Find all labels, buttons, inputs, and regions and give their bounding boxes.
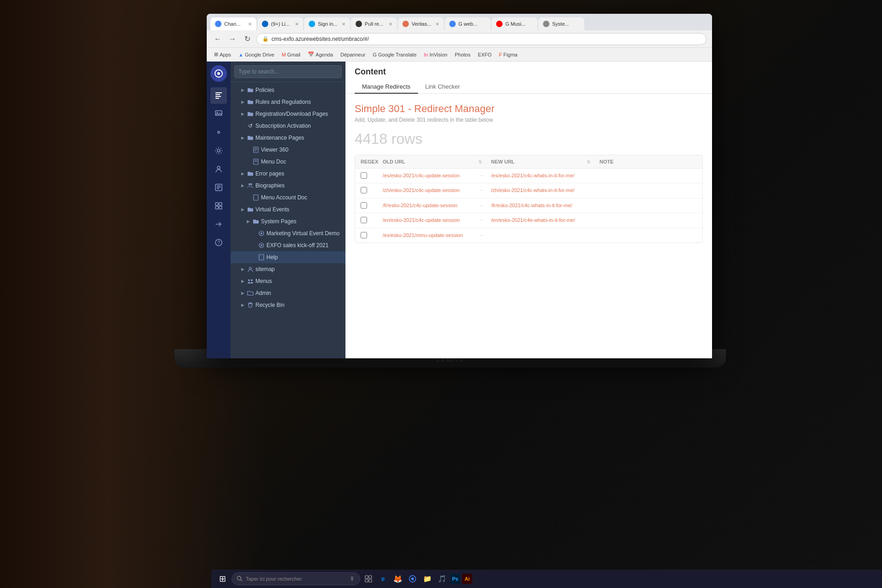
maintenance-label: Maintenance Pages	[255, 135, 342, 141]
bookmark-translate[interactable]: G Google Translate	[370, 51, 419, 58]
sidebar-icon-forms[interactable]	[210, 179, 227, 196]
taskbar-edge-icon[interactable]: e	[377, 572, 390, 585]
row-3-checkbox[interactable]	[361, 202, 367, 209]
forward-button[interactable]: →	[227, 34, 238, 45]
tab-8[interactable]: Syste...	[538, 17, 584, 30]
tree-item-menudoc[interactable]: ▶ Menu Doc	[231, 156, 345, 168]
tab-5-close[interactable]: ✕	[435, 22, 439, 27]
bookmark-agenda[interactable]: 📅 Agenda	[305, 51, 336, 58]
bookmark-drive[interactable]: ▲ Google Drive	[236, 51, 277, 58]
sidebar-icon-users[interactable]	[210, 161, 227, 177]
tree-item-recyclebin[interactable]: ▶ Recycle Bin	[231, 299, 345, 311]
tree-item-viewer360[interactable]: ▶ Viewer 360	[231, 144, 345, 156]
tree-search-input[interactable]	[234, 65, 342, 78]
taskbar-folder-icon[interactable]: 📁	[421, 572, 434, 585]
bookmark-figma[interactable]: F Figma	[496, 51, 520, 58]
row-1-checkbox[interactable]	[361, 172, 367, 179]
tree-item-errorpages[interactable]: ▶ Error pages	[231, 168, 345, 180]
sidebar-icon-media[interactable]	[210, 106, 227, 122]
taskbar-music-icon[interactable]: 🎵	[435, 572, 448, 585]
tree-item-sitemap[interactable]: ▶ sitemap	[231, 263, 345, 275]
tree-item-marketing[interactable]: ▶ Marketing Virtual Event Demo	[231, 227, 345, 239]
expand-systempages[interactable]: ▶	[245, 219, 251, 224]
tree-item-help[interactable]: ▶ Help ···	[231, 251, 345, 263]
bookmark-invision[interactable]: In InVision	[421, 51, 450, 58]
back-button[interactable]: ←	[212, 34, 223, 45]
row-1-old-url: /es/esko-2021/c4c-update-session	[383, 172, 475, 179]
sidebar-icon-help[interactable]: ?	[210, 234, 227, 251]
tab-6[interactable]: G web...	[445, 17, 491, 30]
refresh-button[interactable]: ↻	[242, 34, 253, 45]
bookmark-depanneur[interactable]: Dépanneur	[338, 51, 368, 58]
bookmark-exfo[interactable]: EXFO	[475, 51, 494, 58]
tree-item-exfosales[interactable]: ▶ EXFO sales kick-off 2021	[231, 239, 345, 251]
address-bar[interactable]: 🔒 cms-exfo.azurewebsites.net/umbraco/#/	[256, 33, 707, 45]
table-row: /en/esko-2021/c4c-update-session → /en/e…	[355, 213, 702, 228]
tab-2-close[interactable]: ✕	[295, 22, 299, 27]
tab-manage-redirects[interactable]: Manage Redirects	[355, 80, 418, 94]
tree-item-biographies[interactable]: ▶ Biographies	[231, 180, 345, 192]
tree-item-registration[interactable]: ▶ Registration/Download Pages	[231, 108, 345, 120]
sidebar-icon-settings[interactable]	[210, 124, 227, 141]
tree-item-menus[interactable]: ▶ Menus	[231, 275, 345, 287]
bookmark-gmail-label: Gmail	[287, 52, 300, 57]
expand-maintenance[interactable]: ▶	[240, 135, 245, 141]
windows-search-bar[interactable]: Taper ici pour rechercher 🎙	[232, 572, 360, 585]
tab-7[interactable]: G Musi...	[492, 17, 537, 30]
expand-registration[interactable]: ▶	[240, 111, 245, 117]
taskbar-chrome-icon[interactable]	[406, 572, 419, 585]
tab-1-close[interactable]: ✕	[248, 22, 252, 27]
expand-admin[interactable]: ▶	[240, 290, 245, 296]
taskbar-photoshop-icon[interactable]: Ps	[450, 574, 460, 584]
umbraco-logo[interactable]	[210, 65, 227, 82]
sidebar-icon-packages[interactable]	[210, 198, 227, 214]
tree-item-admin[interactable]: ▶ Admin	[231, 287, 345, 299]
expand-rules[interactable]: ▶	[240, 99, 245, 105]
tab-2[interactable]: (9+) Li... ✕	[257, 17, 303, 30]
tree-item-policies[interactable]: ▶ Policies	[231, 84, 345, 96]
taskbar-firefox-icon[interactable]: 🦊	[391, 572, 404, 585]
tree-item-rules[interactable]: ▶ Rules and Regulations	[231, 96, 345, 108]
expand-biographies[interactable]: ▶	[240, 183, 245, 188]
row-4-checkbox[interactable]	[361, 217, 367, 223]
tree-item-systempages[interactable]: ▶ System Pages	[231, 215, 345, 227]
expand-recyclebin[interactable]: ▶	[240, 302, 245, 308]
tab-4-close[interactable]: ✕	[389, 22, 392, 27]
tab-5[interactable]: Veritas... ✕	[398, 17, 444, 30]
tree-item-maintenance[interactable]: ▶ Maintenance Pages	[231, 132, 345, 144]
bookmark-apps[interactable]: ⊞ Apps	[211, 51, 234, 58]
expand-errorpages[interactable]: ▶	[240, 171, 245, 176]
tab-1[interactable]: Chan... ✕	[210, 17, 256, 30]
table-row: /es/esko-2021/c4c-update-session → /es/e…	[355, 169, 702, 183]
tree-item-menuaccount[interactable]: ▶ Menu Account Doc	[231, 192, 345, 204]
tab-4[interactable]: Pull re... ✕	[351, 17, 397, 30]
table-row: /fr/esko-2021/c4c-update-session → /fr/e…	[355, 198, 702, 213]
row-5-checkbox[interactable]	[361, 232, 367, 238]
sidebar-icon-content[interactable]	[210, 87, 227, 104]
tab-3[interactable]: Sign in... ✕	[304, 17, 350, 30]
folder-icon-rules	[247, 99, 254, 105]
tab-link-checker[interactable]: Link Checker	[418, 80, 468, 94]
expand-menus[interactable]: ▶	[240, 278, 245, 284]
expand-virtualevents[interactable]: ▶	[240, 207, 245, 212]
bookmarks-bar: ⊞ Apps ▲ Google Drive M Gmail 📅 Agenda D…	[207, 48, 712, 62]
sidebar-icon-redirect[interactable]	[210, 216, 227, 232]
taskbar-illustrator-icon[interactable]: Ai	[462, 574, 472, 584]
page-icon-menuaccount	[253, 194, 259, 201]
bookmark-gmail[interactable]: M Gmail	[279, 51, 303, 58]
tree-item-subscription[interactable]: ▶ ↺ Subscription Activation	[231, 120, 345, 132]
svg-rect-2	[215, 92, 222, 93]
group-icon-menus	[247, 278, 254, 284]
rows-count: 4418 rows	[355, 130, 703, 147]
tree-item-virtualevents[interactable]: ▶ Virtual Events	[231, 204, 345, 215]
sidebar-icon-gear[interactable]	[210, 142, 227, 159]
windows-start-button[interactable]: ⊞	[215, 571, 230, 586]
taskbar-multitask-button[interactable]	[362, 572, 375, 585]
expand-policies[interactable]: ▶	[240, 87, 245, 93]
tab-3-close[interactable]: ✕	[342, 22, 345, 27]
errorpages-label: Error pages	[255, 170, 342, 177]
sitemap-label: sitemap	[255, 266, 342, 272]
row-2-checkbox[interactable]	[361, 187, 367, 193]
expand-sitemap[interactable]: ▶	[240, 266, 245, 272]
bookmark-photos[interactable]: Photos	[452, 51, 473, 58]
